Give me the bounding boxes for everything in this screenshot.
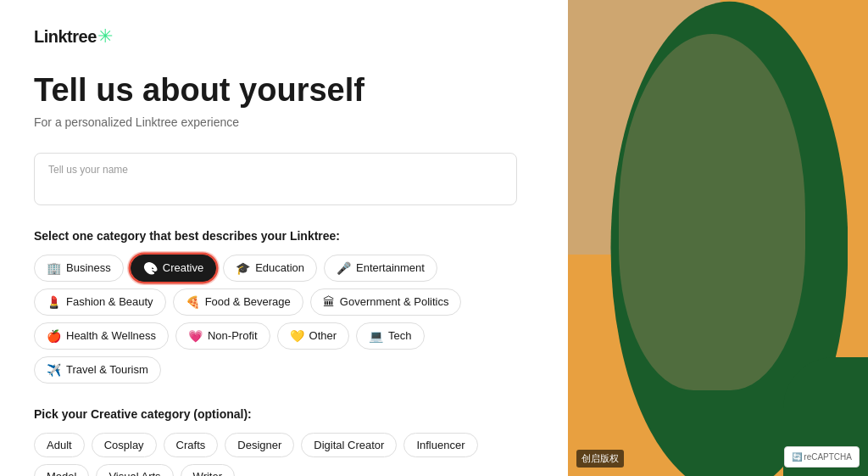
sub-category-grid: Adult Cosplay Crafts Designer Digital Cr… — [34, 433, 517, 476]
business-icon: 🏢 — [47, 261, 61, 275]
education-icon: 🎓 — [236, 261, 250, 275]
sub-section-label: Pick your Creative category (optional): — [34, 407, 517, 421]
sub-label-influencer: Influencer — [416, 439, 465, 451]
category-label-travel: Travel & Tourism — [66, 363, 148, 376]
food-icon: 🍕 — [186, 295, 200, 309]
fashion-icon: 💄 — [47, 295, 61, 309]
name-input-wrapper: Tell us your name — [34, 153, 517, 205]
page-subtitle: For a personalized Linktree experience — [34, 115, 517, 129]
sub-label-model: Model — [47, 470, 76, 476]
category-grid: 🏢 Business 🎨 Creative 🎓 Education 🎤 Ente… — [34, 255, 517, 384]
category-label-food: Food & Beverage — [205, 295, 291, 308]
sub-category-model[interactable]: Model — [34, 464, 89, 476]
category-label-tech: Tech — [388, 329, 411, 342]
sub-label-digital-creator: Digital Creator — [314, 439, 384, 451]
travel-icon: ✈️ — [47, 363, 61, 377]
sub-category-visual-arts[interactable]: Visual Arts — [96, 464, 173, 476]
recaptcha-label: reCAPTCHA — [804, 452, 852, 462]
logo-text: Linktree — [34, 27, 97, 47]
category-btn-health[interactable]: 🍎 Health & Wellness — [34, 322, 169, 350]
other-icon: 💛 — [290, 329, 304, 343]
category-btn-entertainment[interactable]: 🎤 Entertainment — [324, 255, 437, 282]
sub-category-influencer[interactable]: Influencer — [403, 433, 477, 457]
category-label-other: Other — [309, 329, 337, 342]
hero-image — [568, 0, 868, 476]
category-label-education: Education — [255, 261, 304, 274]
sub-category-digital-creator[interactable]: Digital Creator — [301, 433, 397, 457]
government-icon: 🏛 — [323, 295, 335, 309]
person-shape — [619, 34, 805, 390]
right-panel: 🔄 reCAPTCHA 创启版权 — [568, 0, 868, 476]
category-label-fashion: Fashion & Beauty — [66, 295, 153, 308]
sub-category-writer[interactable]: Writer — [181, 464, 235, 476]
category-label-business: Business — [66, 261, 111, 274]
sub-category-cosplay[interactable]: Cosplay — [92, 433, 157, 457]
overlay-text: 创启版权 — [576, 450, 624, 468]
category-btn-business[interactable]: 🏢 Business — [34, 255, 124, 282]
category-btn-government[interactable]: 🏛 Government & Politics — [310, 288, 462, 316]
category-label-creative: Creative — [163, 261, 203, 274]
category-label-government: Government & Politics — [340, 295, 449, 308]
sub-label-designer: Designer — [237, 439, 281, 451]
sub-category-adult[interactable]: Adult — [34, 433, 85, 457]
logo: Linktree✳ — [34, 25, 517, 48]
sub-label-cosplay: Cosplay — [104, 439, 144, 451]
recaptcha-icon: 🔄 — [792, 452, 802, 462]
name-input-label: Tell us your name — [48, 164, 503, 176]
sub-label-adult: Adult — [47, 439, 72, 451]
category-btn-travel[interactable]: ✈️ Travel & Tourism — [34, 356, 161, 384]
category-btn-other[interactable]: 💛 Other — [277, 322, 350, 350]
health-icon: 🍎 — [47, 329, 61, 343]
category-btn-tech[interactable]: 💻 Tech — [356, 322, 424, 350]
category-btn-education[interactable]: 🎓 Education — [223, 255, 317, 282]
sub-category-crafts[interactable]: Crafts — [164, 433, 219, 457]
category-btn-fashion-beauty[interactable]: 💄 Fashion & Beauty — [34, 288, 166, 316]
left-panel: Linktree✳ Tell us about yourself For a p… — [0, 0, 568, 476]
category-btn-food-beverage[interactable]: 🍕 Food & Beverage — [173, 288, 303, 316]
category-label-nonprofit: Non-Profit — [208, 329, 258, 342]
sub-label-crafts: Crafts — [176, 439, 206, 451]
category-btn-creative[interactable]: 🎨 Creative — [131, 255, 216, 282]
category-section-label: Select one category that best describes … — [34, 229, 517, 243]
creative-icon: 🎨 — [143, 261, 158, 275]
nonprofit-icon: 💗 — [188, 329, 203, 343]
category-label-health: Health & Wellness — [66, 329, 156, 342]
name-input[interactable] — [48, 180, 503, 193]
tech-icon: 💻 — [369, 329, 383, 343]
logo-icon: ✳ — [97, 25, 113, 48]
sub-label-visual-arts: Visual Arts — [108, 470, 160, 476]
category-btn-nonprofit[interactable]: 💗 Non-Profit — [175, 322, 270, 350]
page-title: Tell us about yourself — [34, 73, 517, 109]
category-label-entertainment: Entertainment — [356, 261, 425, 274]
sub-category-designer[interactable]: Designer — [225, 433, 294, 457]
sub-label-writer: Writer — [193, 470, 222, 476]
entertainment-icon: 🎤 — [337, 261, 351, 275]
recaptcha-badge[interactable]: 🔄 reCAPTCHA — [784, 446, 860, 468]
